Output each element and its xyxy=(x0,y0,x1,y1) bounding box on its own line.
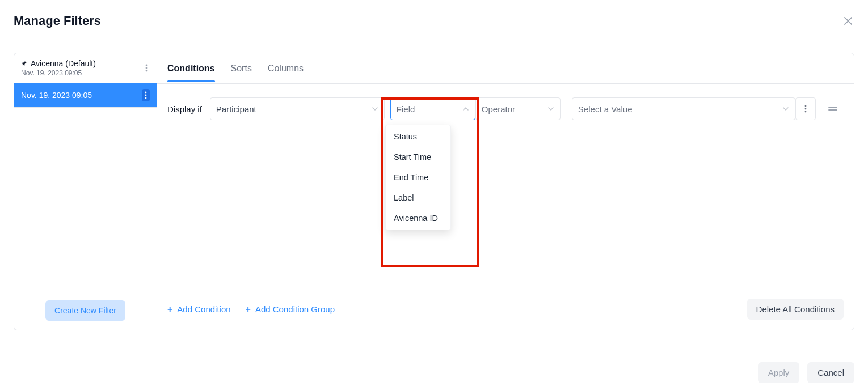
chevron-down-icon xyxy=(372,105,378,112)
tab-sorts[interactable]: Sorts xyxy=(231,56,252,82)
participant-select-value: Participant xyxy=(216,104,256,114)
svg-point-4 xyxy=(145,95,147,96)
row-actions-kebab-icon[interactable] xyxy=(795,97,816,120)
field-option-end-time[interactable]: End Time xyxy=(386,167,450,188)
filter-item-name: Nov. 19, 2023 09:05 xyxy=(21,91,92,100)
filter-item-subtitle: Nov. 19, 2023 09:05 xyxy=(21,69,96,77)
chevron-down-icon xyxy=(782,105,789,112)
field-select[interactable]: Field xyxy=(390,97,475,120)
create-new-filter-button[interactable]: Create New Filter xyxy=(45,300,125,321)
cancel-button[interactable]: Cancel xyxy=(807,362,854,383)
filter-list-sidebar: Avicenna (Default) Nov. 19, 2023 09:05 N… xyxy=(14,53,157,330)
svg-point-6 xyxy=(804,105,806,107)
add-condition-button[interactable]: + Add Condition xyxy=(167,304,231,314)
chevron-up-icon xyxy=(462,105,469,112)
pin-icon xyxy=(21,61,27,67)
field-dropdown: Status Start Time End Time Label Avicenn… xyxy=(385,125,451,230)
main-footer: + Add Condition + Add Condition Group De… xyxy=(157,299,854,330)
svg-point-2 xyxy=(146,70,148,72)
field-select-placeholder: Field xyxy=(397,104,415,114)
filter-item-main: Avicenna (Default) Nov. 19, 2023 09:05 xyxy=(21,59,96,77)
chevron-down-icon xyxy=(547,105,554,112)
field-option-label[interactable]: Label xyxy=(386,188,450,208)
value-select-placeholder: Select a Value xyxy=(578,104,633,114)
delete-all-conditions-button[interactable]: Delete All Conditions xyxy=(747,299,844,320)
field-option-start-time[interactable]: Start Time xyxy=(386,147,450,167)
operator-select[interactable]: Operator xyxy=(475,97,561,120)
filter-list-item[interactable]: Avicenna (Default) Nov. 19, 2023 09:05 xyxy=(14,53,157,83)
modal-header: Manage Filters xyxy=(0,0,868,39)
svg-point-1 xyxy=(146,67,148,69)
field-option-status[interactable]: Status xyxy=(386,126,450,147)
footer-left: + Add Condition + Add Condition Group xyxy=(167,304,335,314)
filter-list-item[interactable]: Nov. 19, 2023 09:05 xyxy=(14,83,157,108)
modal-footer: Apply Cancel xyxy=(0,354,868,391)
conditions-area: Display if Participant Field xyxy=(157,84,854,299)
operator-select-placeholder: Operator xyxy=(482,104,515,114)
kebab-icon[interactable] xyxy=(143,63,150,73)
filter-item-main: Nov. 19, 2023 09:05 xyxy=(21,91,92,100)
add-condition-group-label: Add Condition Group xyxy=(255,304,335,314)
main-panel: Conditions Sorts Columns Display if Part… xyxy=(157,53,854,330)
tabs: Conditions Sorts Columns xyxy=(157,53,854,84)
apply-button[interactable]: Apply xyxy=(758,362,800,383)
plus-icon: + xyxy=(167,304,172,314)
svg-point-8 xyxy=(804,111,806,113)
filter-item-title: Avicenna (Default) xyxy=(21,59,96,68)
modal-title: Manage Filters xyxy=(14,14,101,28)
add-condition-label: Add Condition xyxy=(177,304,230,314)
svg-point-5 xyxy=(145,97,147,99)
drag-handle-icon[interactable] xyxy=(827,106,838,112)
display-if-label: Display if xyxy=(167,104,202,114)
tab-columns[interactable]: Columns xyxy=(268,56,304,82)
svg-point-0 xyxy=(146,65,148,66)
kebab-icon[interactable] xyxy=(142,89,150,101)
add-condition-group-button[interactable]: + Add Condition Group xyxy=(246,304,335,314)
close-icon[interactable] xyxy=(842,15,854,27)
manage-filters-modal: Manage Filters Avicenna (Default) Nov. 1… xyxy=(0,0,868,391)
filter-item-title: Nov. 19, 2023 09:05 xyxy=(21,91,92,100)
tab-conditions[interactable]: Conditions xyxy=(167,56,215,82)
plus-icon: + xyxy=(246,304,251,314)
svg-point-7 xyxy=(804,108,806,110)
field-option-avicenna-id[interactable]: Avicenna ID xyxy=(386,208,450,228)
sidebar-footer: Create New Filter xyxy=(14,291,157,330)
participant-select[interactable]: Participant xyxy=(210,97,385,120)
value-select[interactable]: Select a Value xyxy=(572,97,795,120)
filter-item-name: Avicenna (Default) xyxy=(31,59,96,68)
modal-body: Avicenna (Default) Nov. 19, 2023 09:05 N… xyxy=(0,39,868,334)
condition-row: Display if Participant Field xyxy=(167,97,844,120)
svg-point-3 xyxy=(145,92,147,94)
